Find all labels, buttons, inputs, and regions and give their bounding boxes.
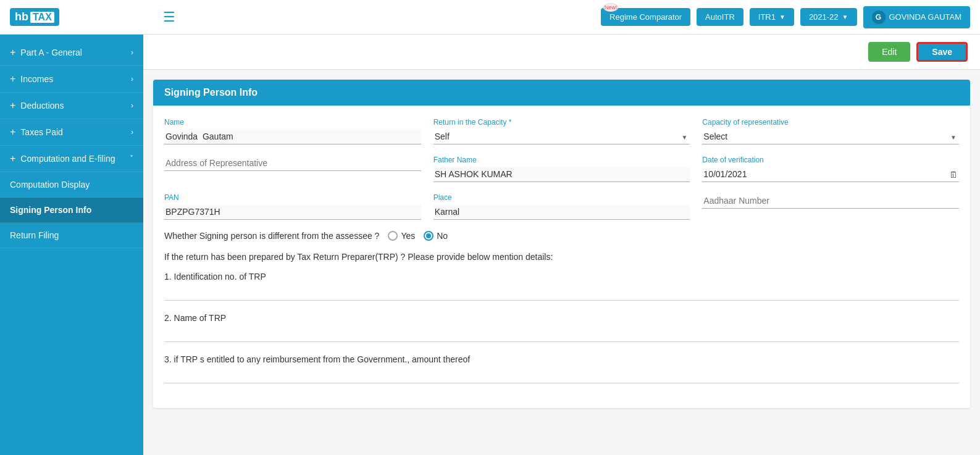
place-label: Place [433, 193, 690, 202]
new-badge: New! [603, 3, 618, 12]
trp-section: If the return has been prepared by Tax R… [164, 252, 959, 383]
return-capacity-label: Return in the Capacity * [433, 118, 690, 127]
plus-icon: + [10, 47, 15, 58]
chevron-right-icon: › [131, 75, 133, 83]
pan-group: PAN [164, 193, 421, 220]
sidebar-item-return-filing[interactable]: Return Filing [0, 223, 143, 248]
date-verification-input[interactable] [702, 167, 959, 182]
chevron-right-icon: › [131, 101, 133, 110]
sidebar-item-label: Taxes Paid [20, 127, 62, 137]
place-input[interactable] [433, 204, 690, 220]
logo-hb: hb [15, 10, 28, 23]
name-label: Name [164, 118, 421, 127]
return-capacity-group: Return in the Capacity * Self [433, 118, 690, 144]
radio-yes-option[interactable]: Yes [388, 231, 415, 241]
sidebar-item-label: Computation Display [10, 180, 90, 190]
itr1-dropdown-button[interactable]: ITR1 ▼ [750, 8, 794, 26]
edit-button[interactable]: Edit [868, 42, 910, 62]
sidebar-item-part-a[interactable]: + Part A - General › [0, 40, 143, 66]
capacity-rep-label: Capacity of representative [702, 118, 959, 127]
signing-question-label: Whether Signing person is different from… [164, 231, 379, 241]
trp-id-input[interactable] [164, 285, 959, 301]
form-row-3: PAN Place [164, 193, 959, 220]
plus-icon: + [10, 100, 15, 111]
plus-icon: + [10, 153, 15, 164]
year-dropdown-button[interactable]: 2021-22 ▼ [800, 8, 857, 26]
logo: hb TAX [10, 8, 59, 26]
trp-item3-label: 3. if TRP s entitled to any reimbursemen… [164, 354, 959, 364]
trp-reimbursement-input[interactable] [164, 368, 959, 383]
form-row-2: Father Name Date of verification 🗓 [164, 156, 959, 182]
sidebar-item-computation[interactable]: + Computation and E-filing ˅ [0, 146, 143, 172]
trp-item-1: 1. Identification no. of TRP [164, 272, 959, 301]
sidebar-item-incomes[interactable]: + Incomes › [0, 66, 143, 93]
chevron-down-icon: ˅ [130, 154, 133, 163]
return-capacity-select[interactable]: Self [433, 129, 690, 144]
trp-item2-label: 2. Name of TRP [164, 313, 959, 323]
chevron-right-icon: › [131, 128, 133, 136]
radio-no-label: No [437, 231, 448, 241]
father-name-group: Father Name [433, 156, 690, 182]
chevron-right-icon: › [131, 48, 133, 57]
sidebar-item-label: Computation and E-filing [20, 154, 115, 164]
address-rep-input[interactable] [164, 156, 421, 171]
trp-question: If the return has been prepared by Tax R… [164, 252, 959, 262]
radio-no-option[interactable]: No [424, 231, 448, 241]
date-verification-group: Date of verification 🗓 [702, 156, 959, 182]
sidebar-item-signing-person-info[interactable]: Signing Person Info [0, 198, 143, 223]
pan-label: PAN [164, 193, 421, 202]
father-name-label: Father Name [433, 156, 690, 164]
aadhaar-input[interactable] [702, 193, 959, 209]
user-menu-button[interactable]: G GOVINDA GAUTAM [863, 6, 971, 28]
layout: + Part A - General › + Incomes › + Deduc… [0, 35, 980, 455]
trp-item-3: 3. if TRP s entitled to any reimbursemen… [164, 354, 959, 383]
pan-input[interactable] [164, 204, 421, 220]
name-input[interactable] [164, 129, 421, 144]
place-group: Place [433, 193, 690, 220]
radio-yes-circle [388, 231, 398, 241]
father-name-input[interactable] [433, 167, 690, 182]
sidebar-item-label: Deductions [20, 101, 64, 111]
hamburger-icon[interactable]: ☰ [163, 9, 175, 25]
aadhaar-group [702, 193, 959, 220]
sidebar-item-label: Signing Person Info [10, 205, 91, 215]
logo-area: hb TAX [10, 8, 153, 26]
radio-yes-label: Yes [401, 231, 415, 241]
year-dropdown-arrow: ▼ [842, 14, 848, 20]
card-header: Signing Person Info [153, 80, 970, 106]
date-wrapper: 🗓 [702, 167, 959, 182]
name-group: Name [164, 118, 421, 144]
save-button[interactable]: Save [916, 42, 968, 62]
itr1-dropdown-arrow: ▼ [779, 14, 785, 20]
sidebar: + Part A - General › + Incomes › + Deduc… [0, 35, 143, 455]
return-capacity-select-wrapper: Self [433, 129, 690, 144]
capacity-rep-group: Capacity of representative Select [702, 118, 959, 144]
trp-item-2: 2. Name of TRP [164, 313, 959, 342]
sidebar-item-computation-display[interactable]: Computation Display [0, 172, 143, 198]
radio-no-circle [424, 231, 433, 241]
capacity-rep-select[interactable]: Select [702, 129, 959, 144]
capacity-rep-select-wrapper: Select [702, 129, 959, 144]
sidebar-item-label: Incomes [20, 74, 53, 84]
trp-name-input[interactable] [164, 327, 959, 342]
sidebar-item-taxes-paid[interactable]: + Taxes Paid › [0, 119, 143, 146]
signing-person-form-card: Signing Person Info Name Return in the C… [153, 80, 970, 408]
calendar-icon[interactable]: 🗓 [949, 170, 958, 180]
action-bar: Edit Save [143, 35, 980, 70]
sidebar-item-label: Part A - General [20, 48, 82, 57]
plus-icon: + [10, 127, 15, 138]
logo-tax: TAX [30, 12, 54, 23]
card-body: Name Return in the Capacity * Self Capac… [153, 106, 970, 408]
autoitr-button[interactable]: AutoITR [697, 8, 743, 26]
sidebar-item-deductions[interactable]: + Deductions › [0, 93, 143, 119]
signing-radio-row: Whether Signing person is different from… [164, 231, 959, 241]
date-verification-label: Date of verification [702, 156, 959, 164]
nav-right: New! Regime Comparator AutoITR ITR1 ▼ 20… [601, 6, 970, 28]
sidebar-item-label: Return Filing [10, 230, 59, 240]
main-content: Edit Save Signing Person Info Name Retur… [143, 35, 980, 455]
plus-icon: + [10, 73, 15, 85]
form-row-1: Name Return in the Capacity * Self Capac… [164, 118, 959, 144]
navbar: hb TAX ☰ New! Regime Comparator AutoITR … [0, 0, 980, 35]
regime-comparator-button[interactable]: New! Regime Comparator [601, 8, 690, 26]
trp-item1-label: 1. Identification no. of TRP [164, 272, 959, 282]
